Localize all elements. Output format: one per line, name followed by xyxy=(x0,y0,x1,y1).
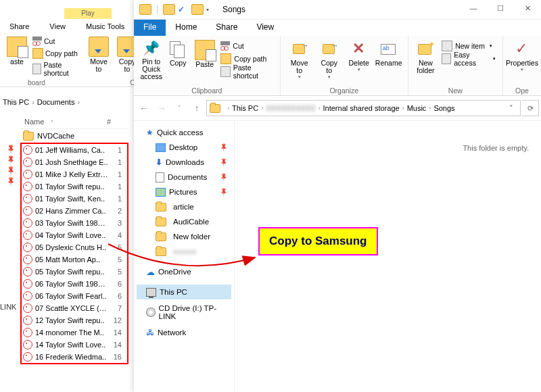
paste-shortcut-button[interactable]: Paste shortcut xyxy=(32,61,80,77)
col-number[interactable]: # xyxy=(107,118,111,126)
crumb-device[interactable]: XXXXXXXXXX xyxy=(266,104,315,112)
qat-newfolder-icon[interactable] xyxy=(191,4,204,15)
tab-view[interactable]: View xyxy=(47,20,68,32)
address-bar[interactable]: › This PC› XXXXXXXXXX› Internal shared s… xyxy=(206,100,521,116)
cut-button[interactable]: Cut xyxy=(32,36,80,46)
music-icon xyxy=(23,255,32,264)
close-button[interactable]: ✕ xyxy=(514,0,541,16)
breadcrumb[interactable]: This PC› Documents› xyxy=(0,95,141,109)
file-row[interactable]: 12 Taylor Swift repu..12 xyxy=(22,314,127,326)
new-item-button[interactable]: New item▾ xyxy=(439,40,498,51)
tree-pictures[interactable]: Pictures📌 xyxy=(137,185,231,199)
file-row[interactable]: 06 Taylor Swift Fearl..6 xyxy=(22,290,127,302)
file-pane[interactable]: This folder is empty. xyxy=(235,121,541,392)
file-row[interactable]: 01 Taylor Swift, Ken..1 xyxy=(22,193,127,205)
crumb-this-pc[interactable]: This PC xyxy=(3,98,29,106)
tree-this-pc[interactable]: This PC xyxy=(137,285,231,299)
minimize-button[interactable]: ― xyxy=(460,0,487,16)
tree-audicable[interactable]: AudiCable xyxy=(137,214,231,229)
annotation-callout: Copy to Samsung xyxy=(258,227,378,255)
copy-button[interactable]: Copy xyxy=(164,39,191,67)
file-row[interactable]: 04 Taylor Swift Love..4 xyxy=(22,229,127,241)
file-row[interactable]: 05 Taylor Swift repu..5 xyxy=(22,266,127,278)
music-icon xyxy=(23,352,32,362)
copy-path-icon xyxy=(32,48,43,59)
music-icon xyxy=(23,170,32,179)
tree-downloads[interactable]: ⬇Downloads📌 xyxy=(137,155,231,170)
file-row[interactable]: 14 monomer The M..14 xyxy=(22,326,127,339)
refresh-button[interactable]: ⟳ xyxy=(522,100,539,116)
crumb-music[interactable]: Music xyxy=(407,104,427,112)
tree-link[interactable]: LINK xyxy=(0,303,16,311)
file-row[interactable]: 03 Taylor Swift 1989 ..3 xyxy=(22,217,127,229)
nav-up-button[interactable]: ↑ xyxy=(189,100,205,116)
file-row[interactable]: 06 Taylor Swift 1989 ..6 xyxy=(22,278,127,290)
file-row[interactable]: 05 Dyslexic Cnuts H..5 xyxy=(22,241,127,253)
qat-dropdown-icon[interactable]: ▾ xyxy=(206,7,209,13)
tree-article[interactable]: article xyxy=(137,199,231,214)
crumb-songs[interactable]: Songs xyxy=(433,104,454,112)
nav-back-button[interactable]: ← xyxy=(136,100,152,116)
paste-shortcut-button[interactable]: Paste shortcut xyxy=(218,66,275,77)
new-folder-button[interactable]: New folder xyxy=(413,39,439,74)
file-row[interactable]: 02 Hans Zimmer Ca..2 xyxy=(22,205,127,217)
star-icon: ★ xyxy=(146,128,154,137)
tab-view[interactable]: View xyxy=(247,20,283,36)
tree-desktop[interactable]: Desktop📌 xyxy=(137,140,231,155)
tab-music-tools[interactable]: Music Tools xyxy=(83,20,127,32)
folder-nvdcache[interactable]: NVDCache xyxy=(20,129,128,143)
group-new: New folder New item▾ Easy access▾ New xyxy=(408,36,503,95)
copy-path-button[interactable]: Copy path xyxy=(218,53,275,64)
tree-quick-access[interactable]: ★Quick access xyxy=(137,125,231,140)
folder-icon xyxy=(156,247,166,256)
move-to-button[interactable]: Move to xyxy=(90,58,108,73)
file-row[interactable]: 01 Taylor Swift repu..1 xyxy=(22,180,127,193)
file-row[interactable]: 05 Matt Morton Ap..5 xyxy=(22,253,127,266)
tree-new-folder[interactable]: New folder xyxy=(137,229,231,244)
maximize-button[interactable]: ☐ xyxy=(487,0,514,16)
move-to-button[interactable]: Move to▾ xyxy=(285,39,314,80)
cut-button[interactable]: Cut xyxy=(218,40,275,51)
rename-button[interactable]: Rename xyxy=(374,39,404,67)
file-row[interactable]: 01 Mike J Kelly Extra..1 xyxy=(22,168,127,180)
nav-recent-button[interactable]: ˅ xyxy=(171,100,187,116)
properties-button[interactable]: Properties▾ xyxy=(507,39,537,72)
easy-access-button[interactable]: Easy access▾ xyxy=(439,53,498,64)
crumb-internal[interactable]: Internal shared storage xyxy=(323,104,400,112)
paste-button[interactable]: Paste xyxy=(191,39,218,68)
copy-path-button[interactable]: Copy path xyxy=(32,48,80,59)
file-row[interactable]: 01 Jeff Williams, Ca..1 xyxy=(22,144,127,156)
tree-cd-drive[interactable]: CD Drive (I:) TP-LINK xyxy=(137,305,231,320)
titlebar: ▾ Songs ― ☐ ✕ xyxy=(134,0,541,20)
tree-documents[interactable]: Documents📌 xyxy=(137,170,231,185)
music-icon xyxy=(23,291,32,301)
delete-button[interactable]: Delete▾ xyxy=(344,39,374,72)
qat-explorer-icon[interactable] xyxy=(163,4,175,15)
nav-forward-button[interactable]: → xyxy=(154,100,170,116)
col-name[interactable]: Name˄ xyxy=(24,118,107,126)
tab-file[interactable]: File xyxy=(134,20,166,36)
tree-onedrive[interactable]: ☁OneDrive xyxy=(137,264,231,279)
file-row[interactable]: 07 Scattle XYCLE (O..7 xyxy=(22,302,127,314)
copy-to-button[interactable]: Copy to xyxy=(119,58,136,73)
file-row[interactable]: 16 Frederik Wiedma..16 xyxy=(22,351,127,363)
crumb-this-pc[interactable]: This PC xyxy=(232,104,258,112)
qat-properties-icon[interactable] xyxy=(178,5,189,14)
column-headers[interactable]: Name˄ # xyxy=(20,115,128,129)
tab-play[interactable]: Play xyxy=(64,8,112,19)
pin-to-quick-access-button[interactable]: Pin to Quick access xyxy=(138,39,164,80)
tab-share[interactable]: Share xyxy=(7,20,32,32)
paste-button[interactable]: aste xyxy=(10,58,24,66)
file-row[interactable]: 14 Taylor Swift Love..14 xyxy=(22,339,127,351)
tab-share[interactable]: Share xyxy=(206,20,247,36)
addr-dropdown-icon[interactable]: ˅ xyxy=(505,104,517,113)
file-row[interactable]: 01 Josh Snethlage E..1 xyxy=(22,156,127,168)
paste-icon xyxy=(195,40,215,60)
tab-home[interactable]: Home xyxy=(166,20,206,36)
crumb-documents[interactable]: Documents xyxy=(37,98,75,106)
tree-network[interactable]: 🖧Network xyxy=(137,325,231,340)
file-name: 01 Josh Snethlage E.. xyxy=(35,158,108,166)
copy-to-button[interactable]: Copy to▾ xyxy=(314,39,344,80)
music-icon xyxy=(23,194,32,203)
tree-hidden-item[interactable]: xxxxxx xyxy=(137,244,231,259)
